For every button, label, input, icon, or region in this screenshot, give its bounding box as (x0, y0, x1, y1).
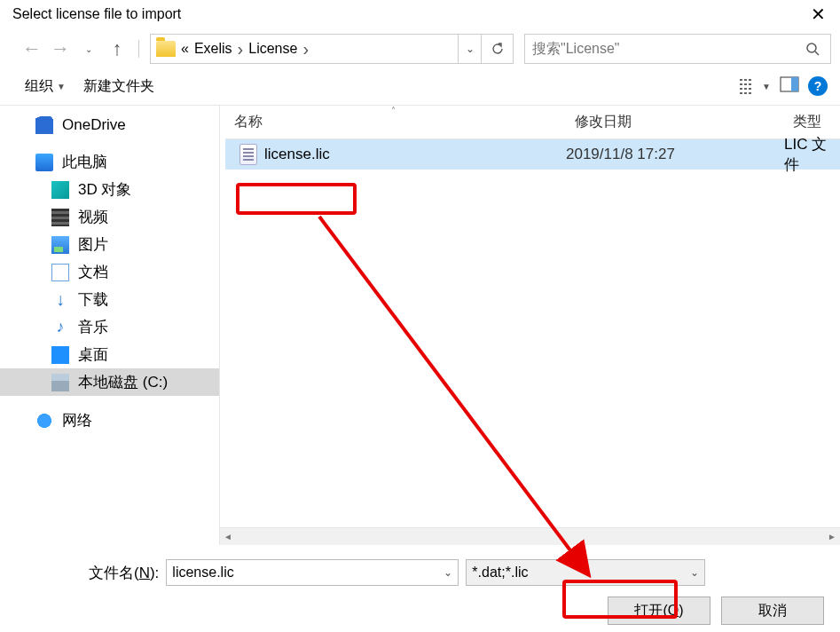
toolbar: 组织▼ 新建文件夹 ▼ ? (0, 71, 840, 106)
picture-icon (51, 236, 69, 254)
tree-music[interactable]: ♪音乐 (0, 313, 219, 341)
folder-icon (156, 41, 176, 57)
music-icon: ♪ (51, 319, 69, 336)
search-icon[interactable] (795, 35, 830, 63)
download-icon: ↓ (51, 291, 69, 309)
desktop-icon (51, 346, 69, 364)
filter-value: *.dat;*.lic (472, 565, 528, 581)
filename-row: 文件名(N): license.lic ⌄ *.dat;*.lic ⌄ (89, 559, 828, 586)
address-dropdown-icon[interactable]: ⌄ (458, 35, 481, 63)
filename-label: 文件名(N): (89, 563, 159, 583)
computer-icon (35, 154, 53, 171)
open-file-dialog: Select license file to import ✕ ← → ⌄ ↑ … (0, 0, 840, 632)
filename-input[interactable]: license.lic ⌄ (166, 559, 459, 586)
chevron-right-icon[interactable]: › (238, 40, 244, 58)
tree-pictures[interactable]: 图片 (0, 231, 219, 258)
titlebar: Select license file to import ✕ (0, 0, 840, 28)
chevron-down-icon[interactable]: ⌄ (444, 566, 452, 579)
document-icon (51, 264, 69, 281)
scroll-track[interactable] (236, 531, 824, 543)
file-icon (239, 144, 257, 165)
tree-videos[interactable]: 视频 (0, 203, 219, 231)
file-row[interactable]: license.lic 2019/11/8 17:27 LIC 文件 (225, 139, 840, 170)
bottom-panel: 文件名(N): license.lic ⌄ *.dat;*.lic ⌄ 打开(O… (0, 545, 840, 632)
close-icon[interactable]: ✕ (805, 5, 831, 23)
column-date[interactable]: 修改日期 (566, 106, 784, 138)
breadcrumb-exelis[interactable]: Exelis (194, 41, 232, 57)
drive-icon (51, 374, 69, 391)
sort-asc-icon: ˄ (391, 106, 396, 115)
divider (138, 40, 139, 58)
scroll-right-icon[interactable]: ► (828, 532, 836, 541)
chevron-down-icon: ▼ (57, 82, 66, 91)
chevron-down-icon: ▼ (762, 82, 771, 91)
svg-rect-2 (791, 77, 798, 91)
button-row: 打开(O) 取消 (89, 596, 828, 625)
tree-documents[interactable]: 文档 (0, 258, 219, 286)
svg-point-0 (807, 43, 816, 52)
tree-network[interactable]: 网络 (0, 407, 219, 434)
back-icon[interactable]: ← (21, 38, 43, 59)
chevron-right-icon[interactable]: › (302, 40, 309, 58)
open-button[interactable]: 打开(O) (608, 596, 710, 625)
chevron-down-icon[interactable]: ⌄ (690, 566, 699, 579)
refresh-icon[interactable] (481, 35, 513, 63)
preview-pane-icon[interactable] (780, 76, 799, 96)
file-type-filter[interactable]: *.dat;*.lic ⌄ (466, 559, 705, 586)
up-icon[interactable]: ↑ (106, 38, 128, 59)
view-controls: ▼ ? (739, 76, 828, 96)
tree-local-disk-c[interactable]: 本地磁盘 (C:) (0, 368, 219, 396)
tree-3d-objects[interactable]: 3D 对象 (0, 176, 219, 203)
filename-value: license.lic (172, 565, 233, 581)
column-name[interactable]: 名称˄ (225, 106, 566, 138)
search-placeholder: 搜索"License" (525, 40, 795, 59)
file-date: 2019/11/8 17:27 (566, 146, 784, 163)
view-details-icon[interactable]: ▼ (739, 78, 771, 94)
file-list: 名称˄ 修改日期 类型 license.lic 2019/11/8 17:27 … (220, 106, 840, 545)
help-icon[interactable]: ? (808, 76, 828, 96)
tree-desktop[interactable]: 桌面 (0, 341, 219, 368)
cloud-icon (35, 116, 53, 134)
dialog-title: Select license file to import (12, 6, 181, 22)
network-icon (35, 412, 53, 430)
film-icon (51, 209, 69, 226)
breadcrumb[interactable]: « Exelis › License › (151, 40, 458, 58)
tree-onedrive[interactable]: OneDrive (0, 113, 219, 138)
body: OneDrive 此电脑 3D 对象 视频 图片 文档 ↓下载 ♪音乐 桌面 本… (0, 106, 840, 545)
organize-button[interactable]: 组织▼ (25, 77, 66, 96)
search-input[interactable]: 搜索"License" (524, 34, 831, 64)
history-dropdown-icon[interactable]: ⌄ (78, 38, 99, 59)
cube-icon (51, 181, 69, 199)
horizontal-scrollbar[interactable]: ◄ ► (220, 527, 840, 545)
new-folder-button[interactable]: 新建文件夹 (83, 77, 154, 96)
forward-icon: → (50, 38, 71, 59)
cancel-button[interactable]: 取消 (721, 596, 824, 625)
tree-this-pc[interactable]: 此电脑 (0, 148, 219, 176)
navigation-bar: ← → ⌄ ↑ « Exelis › License › ⌄ 搜索"Licens… (0, 28, 840, 71)
breadcrumb-license[interactable]: License (248, 41, 297, 57)
breadcrumb-prefix: « (181, 41, 189, 57)
file-name-cell: license.lic (225, 144, 566, 165)
address-bar[interactable]: « Exelis › License › ⌄ (150, 34, 514, 64)
column-headers[interactable]: 名称˄ 修改日期 类型 (225, 106, 840, 139)
file-name: license.lic (264, 146, 330, 163)
scroll-left-icon[interactable]: ◄ (224, 532, 232, 541)
tree-downloads[interactable]: ↓下载 (0, 286, 219, 313)
nav-tree[interactable]: OneDrive 此电脑 3D 对象 视频 图片 文档 ↓下载 ♪音乐 桌面 本… (0, 106, 220, 545)
